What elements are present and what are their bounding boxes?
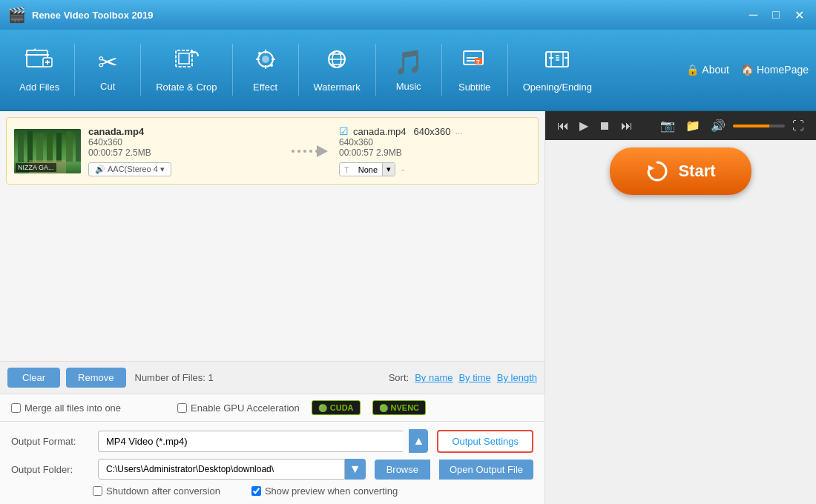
file-dims: 640x360 <box>88 137 280 147</box>
folder-button[interactable]: 📁 <box>682 117 703 134</box>
output-format-label: Output Format: <box>11 436 89 447</box>
open-output-button[interactable]: Open Output File <box>439 460 533 480</box>
toolbar-rotate-crop[interactable]: Rotate & Crop <box>144 36 228 103</box>
fullscreen-button[interactable]: ⛶ <box>789 118 807 134</box>
svg-rect-7 <box>179 53 189 64</box>
folder-dropdown-button[interactable]: ▼ <box>345 459 366 480</box>
bottom-controls: Clear Remove Number of Files: 1 Sort: By… <box>0 361 544 394</box>
format-dropdown-button[interactable]: ▲ <box>409 429 428 453</box>
merge-checkbox-label[interactable]: Merge all files into one <box>11 402 121 414</box>
volume-slider[interactable] <box>733 125 785 127</box>
close-button[interactable]: ✕ <box>790 7 809 24</box>
check-icon: ☑ <box>339 125 349 137</box>
toolbar-add-files[interactable]: Add Files <box>7 36 71 103</box>
start-area: Start <box>545 140 816 202</box>
merge-checkbox[interactable] <box>11 403 21 413</box>
svg-text:T: T <box>476 59 480 65</box>
toolbar-divider-5 <box>375 44 376 96</box>
file-list-area: NIZZA GA... canada.mp4 640x360 00:00:57 … <box>0 111 544 361</box>
toolbar-subtitle[interactable]: T Subtitle <box>445 36 504 103</box>
audio-select[interactable]: 🔊 AAC(Stereo 4 ▾ <box>88 162 171 176</box>
nvenc-badge[interactable]: 🟢 NVENC <box>372 400 427 415</box>
thumbnail-label: NIZZA GA... <box>16 163 56 172</box>
gpu-checkbox[interactable] <box>177 403 187 413</box>
toolbar-cut[interactable]: ✂ Cut <box>78 36 137 103</box>
home-icon: 🏠 <box>741 64 754 76</box>
arrow-area <box>287 142 332 160</box>
output-format-input[interactable] <box>98 431 403 452</box>
toolbar-divider-2 <box>140 44 141 96</box>
file-info: canada.mp4 640x360 00:00:57 2.5MB 🔊 AAC(… <box>88 126 280 176</box>
svg-rect-38 <box>27 131 33 162</box>
folder-input[interactable] <box>98 459 345 480</box>
stop-button[interactable]: ⏹ <box>596 118 613 134</box>
format-row: Output Format: ▲ Output Settings <box>11 429 533 453</box>
subtitle-icon-small: T <box>340 164 354 176</box>
folder-row: Output Folder: ▼ Browse Open Output File <box>11 459 533 480</box>
clear-button[interactable]: Clear <box>7 368 60 388</box>
toolbar-effect-label: Effect <box>253 82 277 93</box>
svg-rect-40 <box>47 132 53 162</box>
output-folder-label: Output Folder: <box>11 464 89 475</box>
browse-button[interactable]: Browse <box>375 460 430 480</box>
app-title: Renee Video Toolbox 2019 <box>32 10 745 21</box>
left-panel: NIZZA GA... canada.mp4 640x360 00:00:57 … <box>0 111 545 504</box>
camera-button[interactable]: 📷 <box>657 117 678 134</box>
subtitle-select[interactable]: T None ▾ <box>339 162 395 176</box>
toolbar-music[interactable]: 🎵 Music <box>379 36 438 103</box>
toolbar-opening-ending[interactable]: Opening/Ending <box>511 36 604 103</box>
start-button[interactable]: Start <box>610 147 751 195</box>
preview-checkbox[interactable] <box>251 486 261 496</box>
about-link[interactable]: 🔒 About <box>686 64 729 76</box>
play-pause-button[interactable]: ▶ <box>576 117 591 134</box>
skip-forward-button[interactable]: ⏭ <box>618 118 636 134</box>
sort-by-length[interactable]: By length <box>497 372 537 383</box>
maximize-button[interactable]: □ <box>768 7 784 23</box>
svg-rect-39 <box>36 133 43 162</box>
cuda-badge[interactable]: 🟢 CUDA <box>312 400 361 415</box>
app-logo: 🎬 <box>7 6 26 24</box>
toolbar-divider-3 <box>232 44 233 96</box>
gpu-checkbox-label[interactable]: Enable GPU Acceleration <box>177 402 300 414</box>
toolbar: Add Files ✂ Cut Rotate & Crop <box>0 30 816 111</box>
audio-chevron: ▾ <box>160 165 165 174</box>
file-count-label: Number of Files: 1 <box>135 372 214 383</box>
toolbar-effect[interactable]: Effect <box>236 36 295 103</box>
sort-by-time[interactable]: By time <box>458 372 490 383</box>
shutdown-checkbox-label[interactable]: Shutdown after conversion <box>93 485 220 497</box>
svg-rect-43 <box>76 133 81 162</box>
rotate-crop-icon <box>173 47 200 77</box>
svg-point-15 <box>258 52 261 55</box>
video-panel: 11:30AM NIZZA GA... ⏮ ▶ ⏹ ⏭ 📷 📁 � <box>545 111 816 140</box>
skip-back-button[interactable]: ⏮ <box>554 118 572 134</box>
video-controls: ⏮ ▶ ⏹ ⏭ 📷 📁 🔊 ⛶ <box>545 111 816 140</box>
output-settings-button[interactable]: Output Settings <box>437 430 533 453</box>
minimize-button[interactable]: ─ <box>745 7 762 23</box>
file-output-duration: 00:00:57 2.9MB <box>339 147 530 158</box>
nvenc-logo: 🟢 <box>379 404 388 412</box>
shutdown-checkbox[interactable] <box>93 486 102 496</box>
toolbar-rotate-crop-label: Rotate & Crop <box>156 82 217 93</box>
toolbar-opening-ending-label: Opening/Ending <box>523 82 592 93</box>
toolbar-divider-7 <box>507 44 508 96</box>
toolbar-cut-label: Cut <box>100 81 115 92</box>
main-content: NIZZA GA... canada.mp4 640x360 00:00:57 … <box>0 111 816 504</box>
toolbar-divider-1 <box>74 44 75 96</box>
sort-by-name[interactable]: By name <box>415 372 453 383</box>
toolbar-subtitle-label: Subtitle <box>458 82 490 93</box>
toolbar-watermark[interactable]: Watermark <box>302 36 372 103</box>
file-output-dims: 640x360 <box>339 137 530 147</box>
preview-checkbox-label[interactable]: Show preview when converting <box>251 485 398 497</box>
window-controls: ─ □ ✕ <box>745 7 809 24</box>
remove-button[interactable]: Remove <box>66 368 125 388</box>
toolbar-add-files-label: Add Files <box>19 82 59 93</box>
homepage-link[interactable]: 🏠 HomePage <box>741 64 809 76</box>
svg-marker-47 <box>317 145 328 157</box>
toolbar-watermark-label: Watermark <box>314 82 361 93</box>
format-row-inner: ▲ <box>98 429 428 453</box>
svg-marker-75 <box>648 165 654 171</box>
svg-point-16 <box>270 64 273 67</box>
subtitle-arrow: ▾ <box>382 163 395 176</box>
svg-rect-41 <box>56 133 62 162</box>
right-side: 11:30AM NIZZA GA... ⏮ ▶ ⏹ ⏭ 📷 📁 � <box>545 111 816 504</box>
